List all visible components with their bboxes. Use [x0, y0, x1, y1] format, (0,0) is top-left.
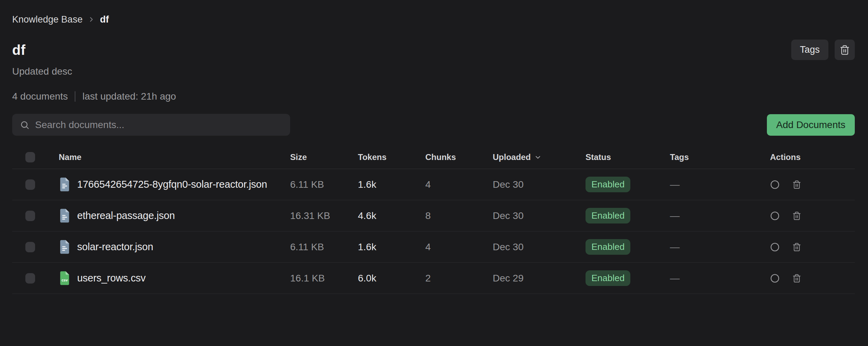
chevron-right-icon — [88, 16, 95, 23]
circle-icon — [770, 273, 780, 283]
delete-document-button[interactable] — [792, 211, 801, 221]
document-chunks: 4 — [425, 179, 493, 190]
table-header: Name Size Tokens Chunks Uploaded Status … — [12, 145, 855, 169]
table-row[interactable]: csv users_rows.csv 16.1 KB 6.0k 2 Dec 29… — [12, 263, 855, 294]
csv-file-icon: csv — [59, 271, 71, 286]
title-actions: Tags — [791, 40, 855, 60]
toolbar: Add Documents — [12, 114, 855, 136]
toggle-status-button[interactable] — [770, 180, 780, 189]
document-uploaded: Dec 29 — [493, 273, 586, 284]
page-title: df — [12, 42, 25, 58]
document-tokens: 4.6k — [358, 210, 425, 221]
delete-document-button[interactable] — [792, 273, 801, 283]
circle-icon — [770, 242, 780, 252]
kb-description: Updated desc — [12, 66, 855, 77]
column-header-tags[interactable]: Tags — [670, 152, 770, 162]
documents-table: Name Size Tokens Chunks Uploaded Status … — [12, 145, 855, 294]
trash-icon — [792, 242, 801, 252]
json-file-icon — [59, 208, 71, 223]
toggle-status-button[interactable] — [770, 273, 780, 283]
status-badge: Enabled — [586, 208, 630, 223]
document-name[interactable]: 1766542654725-8ygfqn0-solar-reactor.json — [77, 179, 267, 190]
column-header-name[interactable]: Name — [59, 152, 290, 162]
row-checkbox[interactable] — [25, 273, 35, 284]
add-documents-button[interactable]: Add Documents — [767, 114, 855, 136]
table-body: 1766542654725-8ygfqn0-solar-reactor.json… — [12, 169, 855, 294]
table-row[interactable]: solar-reactor.json 6.11 KB 1.6k 4 Dec 30… — [12, 231, 855, 263]
status-badge: Enabled — [586, 270, 630, 286]
breadcrumb: Knowledge Base df — [12, 13, 855, 26]
status-badge: Enabled — [586, 239, 630, 255]
document-tags: — — [670, 210, 770, 221]
column-header-tokens[interactable]: Tokens — [358, 152, 425, 162]
circle-icon — [770, 180, 780, 189]
toggle-status-button[interactable] — [770, 211, 780, 221]
row-checkbox[interactable] — [25, 211, 35, 221]
document-size: 6.11 KB — [290, 179, 358, 190]
document-tags: — — [670, 179, 770, 190]
trash-icon — [792, 211, 801, 221]
document-name[interactable]: users_rows.csv — [77, 272, 146, 284]
document-tags: — — [670, 273, 770, 284]
table-row[interactable]: ethereal-passage.json 16.31 KB 4.6k 8 De… — [12, 200, 855, 231]
trash-icon — [792, 180, 801, 189]
document-uploaded: Dec 30 — [493, 242, 586, 253]
search-input[interactable] — [35, 119, 282, 130]
search-box[interactable] — [12, 114, 290, 136]
trash-icon — [840, 45, 850, 55]
meta-divider — [75, 91, 75, 102]
document-name[interactable]: ethereal-passage.json — [77, 210, 175, 221]
document-chunks: 2 — [425, 273, 493, 284]
document-uploaded: Dec 30 — [493, 210, 586, 221]
breadcrumb-knowledge-base[interactable]: Knowledge Base — [12, 14, 83, 25]
delete-document-button[interactable] — [792, 180, 801, 189]
document-tags: — — [670, 242, 770, 253]
trash-icon — [792, 273, 801, 283]
title-row: df Tags — [12, 40, 855, 60]
toggle-status-button[interactable] — [770, 242, 780, 252]
delete-document-button[interactable] — [792, 242, 801, 252]
row-checkbox[interactable] — [25, 179, 35, 190]
documents-count: 4 documents — [12, 91, 68, 102]
document-size: 16.31 KB — [290, 210, 358, 221]
document-chunks: 8 — [425, 210, 493, 221]
table-row[interactable]: 1766542654725-8ygfqn0-solar-reactor.json… — [12, 169, 855, 200]
chevron-down-icon — [534, 153, 542, 161]
document-tokens: 1.6k — [358, 179, 425, 190]
document-uploaded: Dec 30 — [493, 179, 586, 190]
column-header-actions: Actions — [770, 152, 842, 162]
row-checkbox[interactable] — [25, 242, 35, 252]
search-icon — [20, 120, 30, 130]
json-file-icon — [59, 177, 71, 192]
document-tokens: 6.0k — [358, 273, 425, 284]
document-size: 16.1 KB — [290, 273, 358, 284]
status-badge: Enabled — [586, 177, 630, 192]
circle-icon — [770, 211, 780, 221]
meta-row: 4 documents last updated: 21h ago — [12, 91, 855, 102]
select-all-checkbox[interactable] — [25, 152, 35, 162]
column-header-uploaded[interactable]: Uploaded — [493, 152, 586, 162]
column-header-status[interactable]: Status — [586, 152, 670, 162]
page: Knowledge Base df df Tags Updated desc 4… — [0, 0, 868, 294]
svg-text:csv: csv — [62, 278, 68, 282]
tags-button[interactable]: Tags — [791, 40, 828, 60]
document-tokens: 1.6k — [358, 242, 425, 253]
document-name[interactable]: solar-reactor.json — [77, 241, 153, 253]
delete-knowledge-base-button[interactable] — [835, 40, 855, 60]
json-file-icon — [59, 239, 71, 254]
breadcrumb-current: df — [100, 14, 109, 25]
column-header-uploaded-label: Uploaded — [493, 152, 531, 162]
document-size: 6.11 KB — [290, 242, 358, 253]
column-header-chunks[interactable]: Chunks — [425, 152, 493, 162]
document-chunks: 4 — [425, 242, 493, 253]
last-updated: last updated: 21h ago — [82, 91, 176, 102]
column-header-size[interactable]: Size — [290, 152, 358, 162]
